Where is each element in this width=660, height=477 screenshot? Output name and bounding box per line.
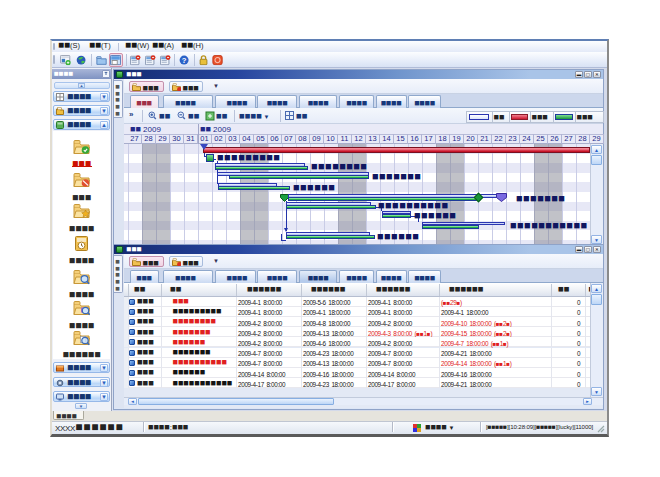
svg-text:?: ? [182, 56, 187, 65]
